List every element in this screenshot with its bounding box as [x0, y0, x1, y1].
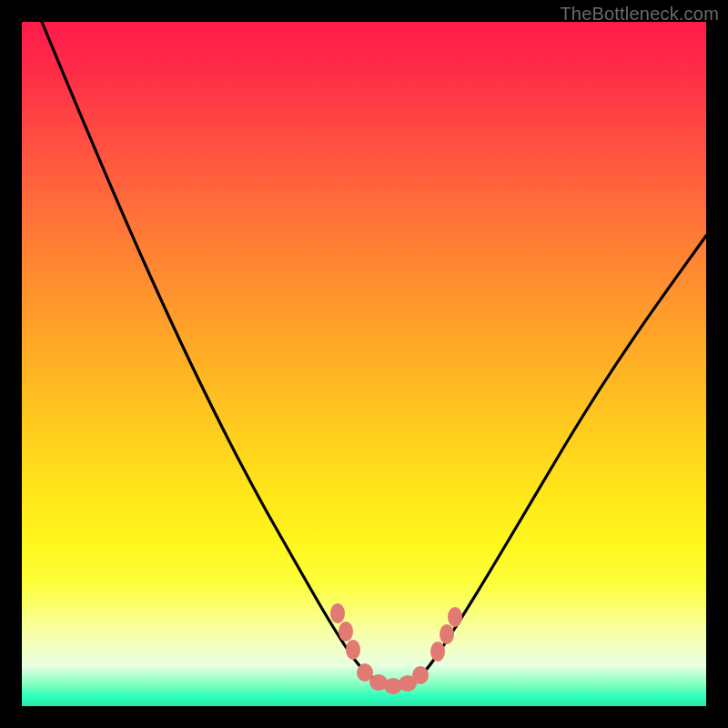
curve-left-branch — [42, 22, 395, 686]
curve-right-branch — [395, 236, 706, 686]
marker-dot — [346, 640, 360, 660]
marker-dot — [412, 666, 429, 684]
marker-dot — [440, 624, 454, 644]
marker-dot — [448, 607, 462, 627]
bottleneck-curve — [22, 22, 706, 706]
chart-plot-area — [22, 22, 706, 706]
curve-markers — [330, 603, 462, 694]
marker-dot — [339, 622, 353, 642]
marker-dot — [330, 603, 345, 623]
marker-dot — [430, 642, 445, 662]
watermark-text: TheBottleneck.com — [560, 4, 719, 25]
